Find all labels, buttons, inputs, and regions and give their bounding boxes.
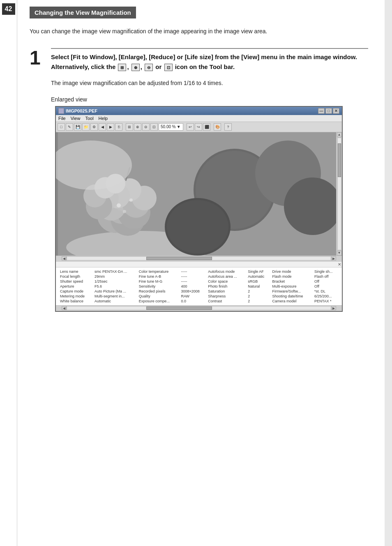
tb-next[interactable]: ▶ [107, 123, 114, 131]
meta-value: ----- [179, 269, 206, 274]
table-row: Shutter speed 1/25sec Fine tune M-G ----… [58, 279, 339, 284]
meta-scroll-thumb[interactable] [146, 306, 212, 310]
meta-label: Autofocus mode [206, 269, 246, 274]
tb-folder[interactable]: 📁 [82, 123, 90, 131]
table-row: Metering mode Multi-segment in... Qualit… [58, 294, 339, 299]
meta-label: Lens name [58, 269, 93, 274]
meta-scroll-left[interactable]: ◀ [62, 306, 67, 310]
meta-label: Shutter speed [58, 279, 93, 284]
enlarge-icon: ⊕ [131, 64, 140, 71]
meta-value: 2 [246, 294, 270, 299]
enlarged-label: Enlarged view [51, 96, 368, 103]
minimize-button[interactable]: — [318, 108, 325, 114]
tb-color[interactable]: 🎨 [214, 123, 221, 131]
main-content: Changing the View Magnification You can … [17, 0, 385, 419]
table-row: White balance Automatic Exposure compe..… [58, 299, 339, 304]
window-titlebar: IMGP0025.PEF — □ ✕ [56, 107, 342, 115]
tb-new[interactable]: □ [58, 123, 65, 131]
scroll-right-arrow[interactable]: ▶ [331, 256, 336, 260]
menu-file[interactable]: File [58, 116, 66, 121]
meta-label: Capture mode [58, 289, 93, 294]
panel-close-icon[interactable]: ✕ [338, 262, 341, 267]
meta-label: Fine tune M-G [137, 279, 180, 284]
window-menubar: File View Tool Help [56, 115, 342, 122]
tb-zoom-level[interactable]: 50.00 % ▼ [159, 123, 183, 131]
metadata-scrollbar-horizontal[interactable]: ◀ ▶ [56, 305, 342, 311]
meta-label: Color temperature [137, 269, 180, 274]
step-1-note: The image view magnification can be adju… [51, 78, 368, 88]
meta-label: Sharpness [206, 294, 246, 299]
meta-label: Photo finish [206, 284, 246, 289]
tb-edit[interactable]: ✎ [66, 123, 73, 131]
meta-value: 400 [179, 284, 206, 289]
tb-action3[interactable]: ⬛ [203, 123, 210, 131]
tb-actual[interactable]: ⊡ [150, 123, 158, 131]
or-text: or [155, 63, 163, 70]
tb-action2[interactable]: ↪ [195, 123, 202, 131]
close-button[interactable]: ✕ [333, 108, 339, 114]
meta-label: Camera model [271, 299, 313, 304]
meta-value: 2 [246, 289, 270, 294]
metadata-table: Lens name smc PENTAX-DA ... Color temper… [58, 269, 339, 304]
page-strip: 42 [0, 0, 17, 546]
restore-button[interactable]: □ [325, 108, 332, 114]
meta-value: ----- [179, 274, 206, 279]
meta-label: Autofocus area ... [206, 274, 246, 279]
meta-label: Focal length [58, 274, 93, 279]
dropdown-arrow: ▼ [177, 124, 181, 129]
window-title-area: IMGP0025.PEF [58, 108, 97, 114]
screenshot-window: IMGP0025.PEF — □ ✕ File View Tool Help [55, 106, 343, 312]
window-controls: — □ ✕ [318, 108, 339, 114]
meta-scroll-right[interactable]: ▶ [331, 306, 336, 310]
meta-value: 3008×2008 [179, 289, 206, 294]
menu-view[interactable]: View [71, 116, 81, 121]
right-strip [385, 0, 392, 546]
image-scrollbar-horizontal[interactable]: ◀ ▶ [56, 256, 342, 261]
meta-scroll-track[interactable] [67, 306, 331, 310]
tb-prev[interactable]: ◀ [99, 123, 106, 131]
lifesize-icon: ⊡ [164, 64, 173, 71]
fit-window-icon: ⊞ [118, 64, 126, 71]
image-scrollbar-vertical[interactable]: ▲ ▼ [336, 132, 342, 256]
table-row: Aperture F5.6 Sensitivity 400 Photo fini… [58, 284, 339, 289]
intro-text: You can change the image view magnificat… [30, 27, 368, 36]
tb-save[interactable]: 💾 [74, 123, 81, 131]
meta-value: Auto Picture (Ma ... [93, 289, 137, 294]
menu-tool[interactable]: Tool [85, 116, 93, 121]
svg-point-25 [117, 203, 121, 207]
meta-value: ----- [179, 279, 206, 284]
scroll-track-vertical[interactable] [337, 138, 341, 250]
menu-help[interactable]: Help [99, 116, 108, 121]
tb-help[interactable]: ? [224, 123, 232, 131]
tb-settings[interactable]: ⚙ [90, 123, 98, 131]
step-1-content: Select [Fit to Window], [Enlarge], [Redu… [51, 48, 368, 311]
tb-zoom-out[interactable]: ⊖ [142, 123, 150, 131]
tb-fit[interactable]: ⊞ [126, 123, 133, 131]
step-1-container: 1 Select [Fit to Window], [Enlarge], [Re… [30, 48, 368, 311]
scroll-thumb-vertical[interactable] [338, 143, 341, 177]
svg-point-27 [123, 210, 126, 213]
window-toolbar: □ ✎ 💾 📁 ⚙ ◀ ▶ ⎘ ⊞ ⊕ ⊖ ⊡ 50.00 % ▼ [56, 122, 342, 132]
window-title: IMGP0025.PEF [66, 108, 97, 113]
scroll-left-arrow[interactable]: ◀ [62, 256, 67, 260]
meta-value: F5.6 [93, 284, 137, 289]
meta-value: RAW [179, 294, 206, 299]
meta-value: 0.0 [179, 299, 206, 304]
scroll-track-horizontal[interactable] [67, 256, 331, 260]
meta-label: Fine tune A-B [137, 274, 180, 279]
meta-value: 2 [246, 299, 270, 304]
step-instruction-end: icon on the Tool bar. [175, 63, 235, 70]
meta-label: Recorded pixels [137, 289, 180, 294]
meta-label: Exposure compe... [137, 299, 180, 304]
tb-action1[interactable]: ↩ [187, 123, 194, 131]
comma-1: , [127, 63, 130, 70]
scroll-down-arrow[interactable]: ▼ [337, 251, 342, 256]
table-row: Lens name smc PENTAX-DA ... Color temper… [58, 269, 339, 274]
scroll-thumb-horizontal[interactable] [146, 257, 212, 260]
meta-label: Metering mode [58, 294, 93, 299]
tb-zoom-in[interactable]: ⊕ [134, 123, 141, 131]
meta-value: 29mm [93, 274, 137, 279]
tb-copy[interactable]: ⎘ [115, 123, 122, 131]
meta-label: Saturation [206, 289, 246, 294]
scroll-up-arrow[interactable]: ▲ [337, 132, 342, 137]
